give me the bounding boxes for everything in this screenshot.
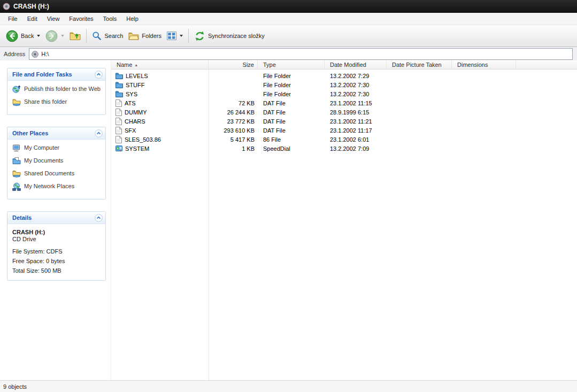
other-places-panel: Other Places My Computer: [7, 127, 106, 199]
cell-modified: 23.1.2002 6:01: [325, 136, 387, 143]
file-row[interactable]: SYSFile Folder13.2.2002 7:30: [111, 89, 577, 98]
cell-modified: 13.2.2002 7:30: [325, 82, 387, 88]
place-label: My Network Places: [24, 183, 74, 190]
toolbar: Back Search Folders: [0, 25, 577, 47]
up-button[interactable]: [67, 29, 83, 42]
details-header[interactable]: Details: [7, 212, 105, 224]
cell-modified: 23.1.2002 11:21: [325, 118, 387, 125]
cell-type: DAT File: [258, 118, 325, 125]
file-list-body[interactable]: LEVELSFile Folder13.2.2002 7:29STUFFFile…: [111, 71, 577, 381]
cell-size: 293 610 KB: [209, 127, 258, 134]
file-folder-tasks-panel: File and Folder Tasks Publish this folde…: [7, 68, 106, 115]
forward-dropdown-icon[interactable]: [61, 35, 64, 37]
task-share-folder[interactable]: Share this folder: [12, 98, 101, 106]
file-icon: [116, 127, 122, 134]
place-label: Shared Documents: [24, 170, 74, 177]
file-row[interactable]: STUFFFile Folder13.2.2002 7:30: [111, 80, 577, 89]
search-button[interactable]: Search: [89, 29, 126, 42]
collapse-chevron-icon[interactable]: [95, 71, 103, 79]
file-row[interactable]: DUMMY26 244 KBDAT File28.9.1999 6:15: [111, 107, 577, 117]
column-header-date-picture-taken[interactable]: Date Picture Taken: [387, 60, 452, 69]
file-list: Name▲SizeTypeDate ModifiedDate Picture T…: [111, 60, 577, 381]
other-places-header[interactable]: Other Places: [7, 127, 105, 140]
column-header-type[interactable]: Type: [258, 60, 325, 69]
publish-web-icon: [12, 85, 21, 94]
file-name: SLES_503.86: [125, 136, 161, 143]
cd-drive-icon: [32, 51, 39, 58]
title-bar[interactable]: CRASH (H:): [0, 0, 577, 13]
folder-icon: [116, 72, 123, 79]
file-row[interactable]: SFX293 610 KBDAT File23.1.2002 11:17: [111, 126, 577, 135]
cell-name: SYS: [111, 90, 209, 97]
toolbar-separator: [86, 29, 87, 43]
folder-icon: [116, 90, 123, 97]
cell-modified: 28.9.1999 6:15: [325, 109, 387, 116]
column-header-row: Name▲SizeTypeDate ModifiedDate Picture T…: [111, 60, 577, 70]
file-name: SFX: [125, 127, 136, 134]
views-dropdown-icon[interactable]: [180, 35, 183, 37]
place-my-computer[interactable]: My Computer: [12, 144, 101, 152]
file-icon: [116, 99, 122, 107]
file-name: CHARS: [125, 118, 145, 125]
place-shared-documents[interactable]: Shared Documents: [12, 170, 101, 178]
file-row[interactable]: SLES_503.865 417 KB86 File23.1.2002 6:01: [111, 135, 577, 144]
back-arrow-icon: [6, 30, 18, 42]
file-row[interactable]: SYSTEM1 KBSpeedDial13.2.2002 7:09: [111, 144, 577, 153]
task-publish-to-web[interactable]: Publish this folder to the Web: [12, 86, 101, 94]
address-label: Address: [4, 51, 25, 57]
file-icon: [116, 109, 122, 116]
task-label: Publish this folder to the Web: [24, 86, 101, 93]
column-label: Size: [243, 62, 254, 68]
column-header-date-modified[interactable]: Date Modified: [325, 60, 387, 69]
menu-tools[interactable]: Tools: [98, 14, 122, 24]
cell-name: STUFF: [111, 81, 209, 88]
address-input[interactable]: H:\: [29, 48, 573, 60]
cell-name: SLES_503.86: [111, 136, 209, 143]
file-folder-tasks-header[interactable]: File and Folder Tasks: [7, 68, 105, 81]
column-header-dimensions[interactable]: Dimensions: [452, 60, 516, 69]
column-header-size[interactable]: Size: [209, 60, 258, 69]
file-row[interactable]: LEVELSFile Folder13.2.2002 7:29: [111, 71, 577, 80]
menu-favorites[interactable]: Favorites: [64, 14, 98, 24]
place-my-network-places[interactable]: My Network Places: [12, 183, 101, 191]
cell-modified: 13.2.2002 7:30: [325, 91, 387, 97]
object-count: 9 objects: [3, 383, 27, 390]
forward-arrow-icon: [45, 30, 58, 42]
sort-ascending-icon: ▲: [134, 63, 138, 67]
cell-type: File Folder: [258, 91, 325, 97]
collapse-chevron-icon[interactable]: [95, 129, 103, 137]
place-my-documents[interactable]: My Documents: [12, 157, 101, 165]
collapse-chevron-icon[interactable]: [95, 214, 103, 222]
file-icon: [116, 118, 122, 125]
file-row[interactable]: ATS72 KBDAT File23.1.2002 11:15: [111, 98, 577, 107]
explorer-window: CRASH (H:) FileEditViewFavoritesToolsHel…: [0, 0, 577, 392]
window-title: CRASH (H:): [13, 3, 49, 10]
panel-title: Other Places: [12, 130, 48, 136]
menu-edit[interactable]: Edit: [22, 14, 42, 24]
toolbar-separator: [188, 29, 189, 43]
cell-type: File Folder: [258, 73, 325, 79]
folder-icon: [116, 81, 123, 88]
cell-type: DAT File: [258, 127, 325, 134]
column-header-name[interactable]: Name▲: [111, 60, 209, 69]
file-name: SYS: [126, 91, 137, 97]
menu-help[interactable]: Help: [121, 14, 143, 24]
file-name: SYSTEM: [125, 145, 149, 152]
file-row[interactable]: CHARS23 772 KBDAT File23.1.2002 11:21: [111, 117, 577, 126]
menu-view[interactable]: View: [42, 14, 65, 24]
forward-button[interactable]: [43, 28, 67, 44]
sync-folder-button[interactable]: Synchronizace složky: [191, 29, 267, 43]
details-total-size: Total Size: 500 MB: [12, 267, 101, 274]
views-button[interactable]: [164, 30, 186, 42]
shared-documents-icon: [12, 170, 21, 178]
back-dropdown-icon[interactable]: [37, 35, 40, 37]
folders-label: Folders: [142, 33, 161, 39]
folders-button[interactable]: Folders: [126, 30, 164, 42]
cell-modified: 23.1.2002 11:15: [325, 100, 387, 106]
sync-icon: [194, 30, 205, 42]
status-bar: 9 objects: [0, 380, 577, 392]
back-button[interactable]: Back: [3, 28, 43, 44]
panel-title: Details: [12, 214, 32, 221]
menu-file[interactable]: File: [3, 14, 22, 24]
file-name: LEVELS: [126, 73, 148, 79]
